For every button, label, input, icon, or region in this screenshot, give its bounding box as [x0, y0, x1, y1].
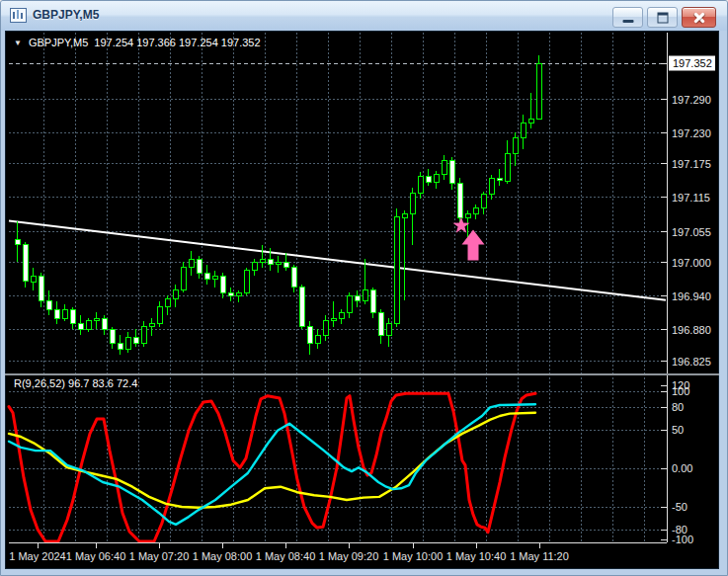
candle-body — [394, 216, 399, 323]
candle-body — [418, 176, 423, 193]
candle-body — [165, 298, 170, 307]
candle-body — [457, 183, 462, 217]
candle-body — [228, 292, 233, 295]
candle-body — [94, 318, 99, 321]
price-axis-label: 197.175 — [672, 158, 711, 170]
candle-body — [189, 259, 194, 268]
time-axis-label: 1 May 09:20 — [319, 550, 379, 562]
candle-body — [141, 327, 146, 344]
chart-canvas[interactable]: 197.290197.230197.175197.115197.055197.0… — [1, 1, 728, 576]
candle-body — [465, 213, 470, 218]
candle-body — [410, 194, 415, 214]
candle-body — [323, 321, 328, 335]
candle-body — [260, 259, 265, 262]
candle-body — [23, 245, 28, 282]
indicator-axis-label: -100 — [672, 534, 693, 545]
candle-body — [291, 268, 296, 288]
candle-body — [149, 324, 154, 327]
price-axis-label: 196.940 — [672, 290, 711, 302]
symbol-ohlc-line: ▼GBPJPY,M5 197.254 197.366 197.254 197.3… — [14, 37, 261, 48]
time-axis-label: 1 May 06:40 — [66, 550, 126, 562]
candle-body — [497, 179, 502, 181]
candle-body — [307, 327, 312, 344]
candle-body — [70, 310, 75, 324]
candle-body — [449, 160, 454, 183]
triangle-down-icon: ▼ — [14, 39, 22, 47]
candle-body — [212, 276, 217, 279]
indicator-axis-label: 0.00 — [672, 462, 692, 474]
price-axis-label: 197.230 — [672, 127, 711, 139]
candle-body — [347, 295, 352, 312]
price-axis-label: 196.825 — [672, 356, 711, 368]
candle-body — [402, 213, 407, 218]
candle-body — [173, 290, 178, 299]
candle-body — [268, 259, 273, 265]
candle-body — [370, 290, 375, 313]
chart-window: GBPJPY,M5 197.290197.230197.175197.11519… — [0, 0, 728, 576]
candle-body — [46, 301, 51, 310]
time-axis-label: 1 May 11:20 — [510, 550, 569, 562]
candle-body — [78, 324, 83, 330]
candle-body — [521, 123, 526, 138]
up-arrow-marker[interactable] — [462, 230, 485, 261]
candle-body — [528, 119, 533, 123]
candle-body — [299, 288, 304, 327]
candle-body — [62, 310, 67, 319]
candle-body — [252, 262, 257, 271]
candle-body — [315, 335, 320, 344]
oscillator-lines — [9, 393, 535, 541]
price-axis-label: 197.290 — [672, 94, 711, 106]
candle-body — [133, 338, 138, 344]
candle-body — [513, 138, 518, 154]
candle-body — [125, 338, 130, 349]
time-axis-label: 1 May 10:40 — [446, 550, 507, 562]
time-axis[interactable]: 1 May 20241 May 06:401 May 07:201 May 08… — [9, 543, 569, 562]
candle-body — [355, 295, 360, 301]
candle-body — [536, 63, 541, 119]
candle-body — [505, 154, 510, 181]
time-axis-label: 1 May 2024 — [9, 550, 65, 562]
price-axis-label: 197.055 — [672, 226, 711, 238]
candle-body — [378, 312, 383, 335]
indicator-axis-label: 80 — [672, 401, 684, 413]
candle-body — [489, 179, 494, 195]
time-axis-label: 1 May 08:00 — [193, 550, 253, 562]
price-axis-label: 197.000 — [672, 257, 711, 269]
candle-body — [426, 176, 431, 182]
candle-body — [204, 273, 209, 279]
time-axis-label: 1 May 07:20 — [129, 550, 190, 562]
candle-body — [54, 310, 59, 319]
candle-body — [434, 174, 439, 182]
candle-body — [15, 239, 20, 245]
candle-body — [481, 195, 486, 208]
candle-body — [181, 268, 186, 290]
candle-body — [110, 329, 115, 343]
candle-body — [386, 324, 391, 335]
indicator-axis-label: 50 — [672, 424, 684, 436]
candle-body — [102, 318, 107, 329]
indicator-line-R9 — [9, 393, 535, 541]
price-axis[interactable]: 197.290197.230197.175197.115197.055197.0… — [661, 56, 715, 368]
candle-body — [283, 262, 288, 268]
candle-body — [442, 160, 446, 174]
candles — [15, 55, 541, 355]
candle-body — [157, 307, 162, 324]
candle-body — [276, 262, 281, 265]
current-price-label: 197.352 — [673, 57, 712, 69]
symbol-ohlc-text: GBPJPY,M5 197.254 197.366 197.254 197.35… — [29, 37, 261, 48]
candle-body — [331, 318, 336, 321]
indicator-axis[interactable]: 12010080500.00-50-80-100 — [661, 379, 693, 545]
indicator-axis-label: 100 — [672, 385, 689, 397]
candle-body — [236, 292, 241, 295]
candle-body — [197, 259, 202, 273]
time-axis-label: 1 May 10:00 — [383, 550, 444, 562]
candle-body — [86, 321, 91, 330]
trendline[interactable] — [9, 220, 666, 299]
candle-body — [220, 276, 225, 292]
time-axis-label: 1 May 08:40 — [256, 550, 316, 562]
candle-body — [31, 276, 36, 282]
indicator-label: R(9,26,52) 96.7 83.6 72.4 — [14, 377, 137, 389]
price-axis-label: 196.880 — [672, 324, 711, 336]
candle-body — [39, 276, 43, 301]
price-axis-label: 197.115 — [672, 192, 710, 204]
